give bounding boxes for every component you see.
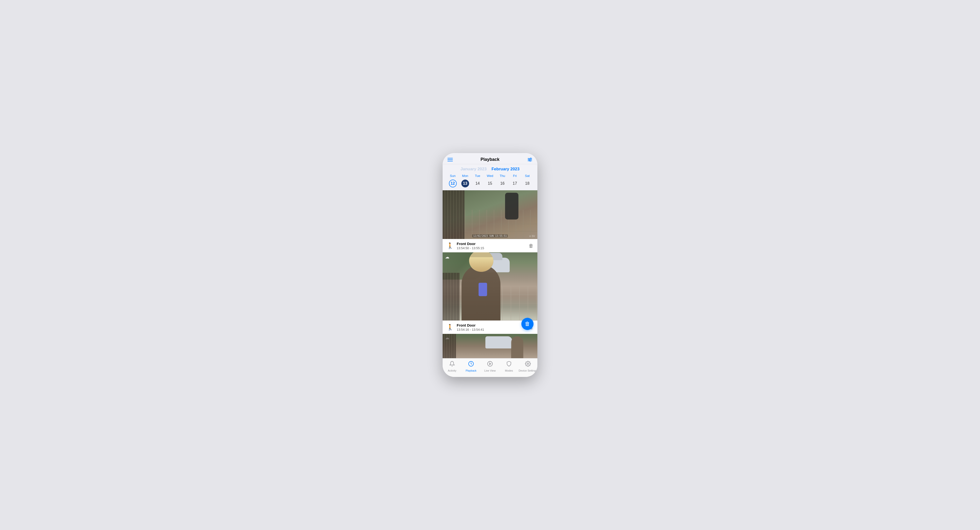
play-circle-icon <box>487 361 493 368</box>
clip-info-row-1: 🚶 Front Door 13:54:50 - 13:55:15 🗑 <box>442 239 538 252</box>
day-name-sat: Sat <box>521 174 533 178</box>
clip-thumbnail-3[interactable]: ☁ <box>442 334 538 358</box>
clock-icon <box>468 361 474 368</box>
fab-delete-button[interactable]: 🗑 <box>521 318 533 330</box>
calendar-months-row: January 2023 February 2023 <box>447 167 533 172</box>
clip-card-2: ☁ 🚶 Front Door 13:54:16 - 13:54:41 🗑 🗑 <box>442 252 538 334</box>
clip-info-left-1: 🚶 Front Door 13:54:50 - 13:55:15 <box>447 242 484 250</box>
day-name-wed: Wed <box>484 174 496 178</box>
clips-scroll-area[interactable]: 12/02/2023 SUN 13:55:51 ⊙ SV 🚶 Front Doo… <box>442 190 538 358</box>
day-name-sun: Sun <box>447 174 459 178</box>
nav-playback[interactable]: Playback <box>461 361 480 372</box>
phone-frame: Playback January 2023 February 2023 Sun … <box>442 153 538 377</box>
clip-thumbnail-2[interactable]: ☁ <box>442 252 538 321</box>
calendar-dates-row: 12 13 14 15 16 17 18 <box>447 180 533 187</box>
nav-label-playback: Playback <box>466 369 477 372</box>
svg-marker-2 <box>490 363 491 365</box>
bottom-nav: Activity Playback Live View <box>442 358 538 377</box>
calendar-date-12[interactable]: 12 <box>449 180 457 187</box>
clip-info-row-2: 🚶 Front Door 13:54:16 - 13:54:41 🗑 🗑 <box>442 321 538 334</box>
clip-time-range-1: 13:54:50 - 13:55:15 <box>457 246 484 250</box>
clip-card-1: 12/02/2023 SUN 13:55:51 ⊙ SV 🚶 Front Doo… <box>442 190 538 252</box>
menu-icon[interactable] <box>447 158 453 161</box>
motion-icon-1: 🚶 <box>447 243 454 249</box>
calendar-date-16[interactable]: 16 <box>498 180 506 187</box>
gear-icon <box>525 361 531 368</box>
person-figure-1 <box>505 193 519 219</box>
calendar-date-15[interactable]: 15 <box>486 180 494 187</box>
previous-month-label: January 2023 <box>460 167 487 172</box>
nav-device-settings[interactable]: Device Settings <box>519 361 538 372</box>
calendar-date-14[interactable]: 14 <box>474 180 482 187</box>
bell-icon <box>449 361 455 368</box>
clip-details-2: Front Door 13:54:16 - 13:54:41 <box>457 323 484 331</box>
motion-icon-2: 🚶 <box>447 324 454 331</box>
clip-card-3: ☁ <box>442 334 538 358</box>
clip-camera-name-1: Front Door <box>457 242 484 246</box>
svg-point-1 <box>488 361 492 366</box>
phone-element <box>479 283 487 296</box>
clip-camera-name-2: Front Door <box>457 323 484 327</box>
delete-button-1[interactable]: 🗑 <box>529 243 533 249</box>
day-name-thu: Thu <box>496 174 509 178</box>
nav-label-modes: Modes <box>505 369 513 372</box>
fence-element-3 <box>442 334 456 358</box>
clip-info-left-2: 🚶 Front Door 13:54:16 - 13:54:41 <box>447 323 484 331</box>
nav-label-device-settings: Device Settings <box>519 369 537 372</box>
timestamp-overlay-1: 12/02/2023 SUN 13:55:51 <box>472 234 508 238</box>
nav-label-activity: Activity <box>448 369 457 372</box>
day-name-tue: Tue <box>471 174 484 178</box>
day-name-fri: Fri <box>509 174 521 178</box>
nav-label-live-view: Live View <box>484 369 496 372</box>
car-partial <box>485 336 512 348</box>
settings-icon[interactable] <box>527 158 533 161</box>
calendar-section: January 2023 February 2023 Sun Mon Tue W… <box>442 164 538 190</box>
clip-time-range-2: 13:54:16 - 13:54:41 <box>457 328 484 331</box>
current-month-label: February 2023 <box>492 167 519 172</box>
calendar-days-header: Sun Mon Tue Wed Thu Fri Sat <box>447 174 533 178</box>
watermark-1: ⊙ SV <box>529 235 535 238</box>
calendar-date-18[interactable]: 18 <box>523 180 531 187</box>
nav-activity[interactable]: Activity <box>442 361 461 372</box>
person-partial <box>511 336 523 358</box>
fence-element-2 <box>442 273 460 321</box>
svg-point-3 <box>527 363 529 364</box>
clip-thumbnail-1[interactable]: 12/02/2023 SUN 13:55:51 ⊙ SV <box>442 190 538 239</box>
fence-element <box>442 190 465 239</box>
calendar-date-17[interactable]: 17 <box>511 180 519 187</box>
cloud-icon-2: ☁ <box>445 254 449 260</box>
page-title: Playback <box>480 157 500 162</box>
calendar-date-13[interactable]: 13 <box>461 180 469 187</box>
nav-modes[interactable]: Modes <box>500 361 519 372</box>
clip-details-1: Front Door 13:54:50 - 13:55:15 <box>457 242 484 250</box>
nav-live-view[interactable]: Live View <box>480 361 500 372</box>
shield-icon <box>506 361 512 368</box>
day-name-mon: Mon <box>459 174 471 178</box>
top-bar: Playback <box>442 153 538 164</box>
